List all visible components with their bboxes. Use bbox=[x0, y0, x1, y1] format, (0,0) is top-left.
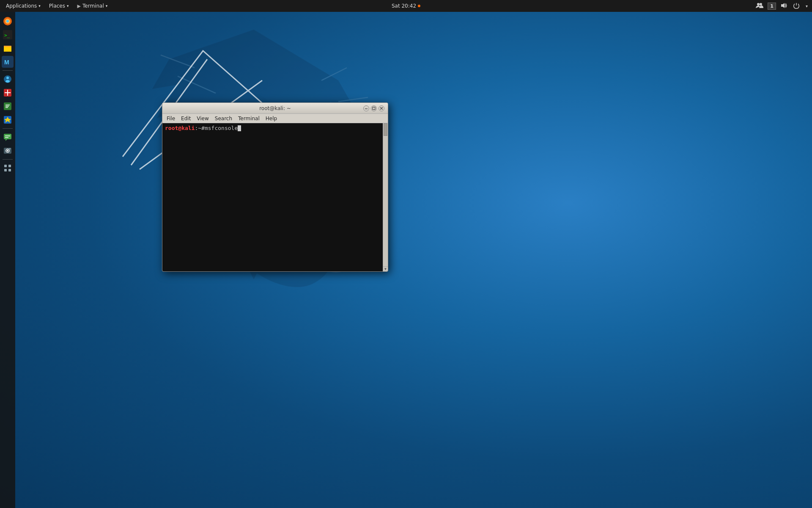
sidebar-item-tool1[interactable] bbox=[2, 73, 14, 85]
sidebar-item-screenshot[interactable] bbox=[2, 145, 14, 157]
menu-help[interactable]: Help bbox=[263, 115, 280, 122]
clock-text: Sat 20:42 bbox=[392, 3, 416, 9]
sidebar-item-app-grid[interactable] bbox=[2, 162, 14, 174]
sidebar-item-tool4[interactable] bbox=[2, 114, 14, 126]
places-menu[interactable]: Places ▾ bbox=[46, 0, 72, 12]
power-dropdown-arrow[interactable]: ▾ bbox=[804, 3, 809, 9]
terminal-cursor bbox=[238, 125, 241, 131]
svg-rect-27 bbox=[4, 165, 7, 167]
svg-marker-20 bbox=[5, 139, 7, 141]
menu-edit[interactable]: Edit bbox=[178, 115, 193, 122]
prompt-command: msfconsole bbox=[205, 125, 238, 131]
terminal-label: Terminal bbox=[82, 3, 104, 9]
prompt-user: root@kali bbox=[165, 125, 195, 131]
svg-text:M: M bbox=[4, 59, 9, 66]
taskbar-tray: 1 ▾ bbox=[754, 1, 809, 11]
sidebar-item-firefox[interactable] bbox=[2, 15, 14, 27]
clock-dot bbox=[418, 5, 420, 7]
sidebar-separator-1 bbox=[3, 70, 13, 71]
applications-arrow: ▾ bbox=[38, 4, 41, 8]
menu-terminal[interactable]: Terminal bbox=[236, 115, 262, 122]
svg-point-1 bbox=[760, 3, 762, 6]
users-tray-icon[interactable] bbox=[754, 1, 765, 11]
svg-point-25 bbox=[7, 150, 8, 152]
sidebar-separator-3 bbox=[3, 159, 13, 160]
keyboard-layout-indicator[interactable]: 1 bbox=[768, 3, 776, 10]
prompt-separator: :~# bbox=[195, 125, 204, 131]
applications-label: Applications bbox=[6, 3, 37, 9]
terminal-scrollbar[interactable]: ▼ bbox=[383, 123, 388, 271]
sidebar-item-files[interactable] bbox=[2, 42, 14, 54]
sidebar-item-terminal[interactable]: >_ bbox=[2, 29, 14, 41]
sidebar-item-tool2[interactable] bbox=[2, 87, 14, 99]
taskbar-clock: Sat 20:42 bbox=[392, 3, 420, 9]
scrollbar-down-arrow[interactable]: ▼ bbox=[383, 266, 388, 271]
minimize-button[interactable] bbox=[363, 105, 369, 111]
menu-search[interactable]: Search bbox=[212, 115, 235, 122]
svg-rect-19 bbox=[4, 134, 11, 139]
svg-rect-26 bbox=[9, 148, 11, 149]
maximize-button[interactable] bbox=[371, 105, 377, 111]
terminal-arrow: ▾ bbox=[106, 4, 108, 8]
svg-rect-28 bbox=[8, 165, 11, 167]
sidebar-dock: >_ M bbox=[0, 12, 15, 508]
svg-rect-30 bbox=[8, 169, 11, 171]
terminal-prompt-line: root@kali :~# msfconsole bbox=[165, 125, 385, 131]
keyboard-num: 1 bbox=[770, 3, 774, 9]
taskbar: Applications ▾ Places ▾ ▶ Terminal ▾ Sat… bbox=[0, 0, 812, 12]
sidebar-item-metasploit[interactable]: M bbox=[2, 56, 14, 68]
scrollbar-thumb[interactable] bbox=[384, 123, 387, 136]
svg-text:>_: >_ bbox=[4, 33, 10, 38]
terminal-window-title: root@kali: ~ bbox=[187, 105, 363, 111]
terminal-menubar: File Edit View Search Terminal Help bbox=[162, 114, 388, 123]
sidebar-separator-2 bbox=[3, 128, 13, 129]
terminal-menu[interactable]: ▶ Terminal ▾ bbox=[74, 0, 111, 12]
svg-point-5 bbox=[6, 20, 9, 22]
svg-rect-9 bbox=[4, 47, 11, 52]
svg-marker-2 bbox=[781, 3, 785, 8]
terminal-titlebar: root@kali: ~ bbox=[162, 103, 388, 114]
power-tray-icon[interactable] bbox=[791, 1, 801, 11]
svg-rect-29 bbox=[4, 169, 7, 171]
terminal-icon: ▶ bbox=[77, 3, 81, 9]
svg-point-13 bbox=[5, 80, 10, 83]
svg-point-12 bbox=[6, 77, 9, 79]
volume-tray-icon[interactable] bbox=[779, 1, 789, 11]
desktop bbox=[0, 0, 812, 508]
menu-file[interactable]: File bbox=[164, 115, 178, 122]
svg-rect-32 bbox=[373, 107, 375, 110]
terminal-window[interactable]: root@kali: ~ File Edit View Search Termi… bbox=[162, 102, 388, 272]
places-label: Places bbox=[49, 3, 65, 9]
applications-menu[interactable]: Applications ▾ bbox=[3, 0, 44, 12]
terminal-content[interactable]: root@kali :~# msfconsole ▼ bbox=[162, 123, 388, 271]
menu-view[interactable]: View bbox=[194, 115, 211, 122]
window-controls bbox=[363, 105, 384, 111]
taskbar-left: Applications ▾ Places ▾ ▶ Terminal ▾ bbox=[3, 0, 111, 12]
close-button[interactable] bbox=[379, 105, 384, 111]
places-arrow: ▾ bbox=[67, 4, 69, 8]
sidebar-item-chat[interactable] bbox=[2, 131, 14, 143]
sidebar-item-tool3[interactable] bbox=[2, 100, 14, 112]
svg-point-0 bbox=[757, 3, 760, 6]
